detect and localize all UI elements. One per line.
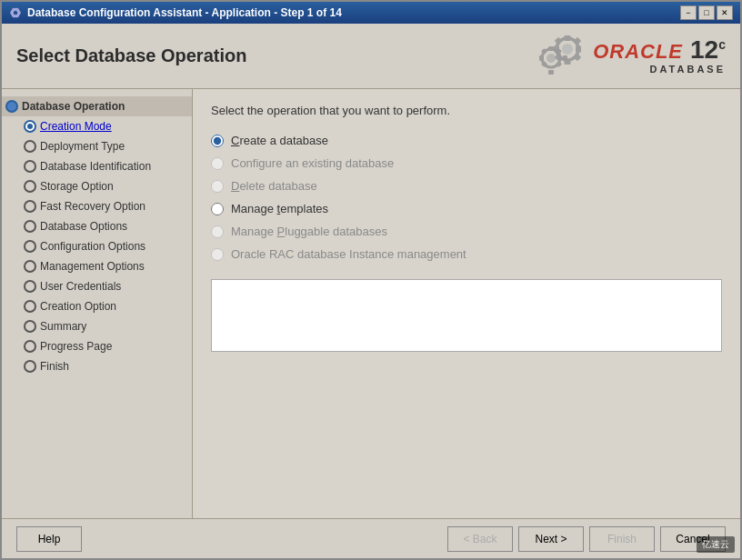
svg-point-4 — [546, 54, 556, 63]
radio-item-create-db: Create a database — [211, 134, 722, 147]
sidebar-icon-finish — [24, 360, 36, 373]
radio-label-create-db[interactable]: Create a database — [231, 134, 328, 147]
sidebar-icon-deployment-type — [24, 140, 36, 153]
minimize-button[interactable]: − — [680, 5, 697, 20]
app-icon — [9, 6, 22, 19]
content-area: Select the operation that you want to pe… — [193, 89, 740, 518]
sidebar-item-fast-recovery-option[interactable]: Fast Recovery Option — [2, 196, 192, 216]
sidebar-icon-database-identification — [24, 160, 36, 173]
svg-rect-7 — [539, 55, 544, 61]
svg-rect-18 — [576, 45, 581, 52]
radio-delete-db — [211, 180, 224, 193]
sidebar-item-finish[interactable]: Finish — [2, 356, 192, 376]
oracle-version-label: 12c — [690, 37, 726, 63]
radio-item-manage-pluggable: Manage Pluggable databases — [211, 225, 722, 238]
sidebar-label-summary: Summary — [40, 320, 86, 333]
main-content: Database Operation Creation Mode Deploym… — [2, 89, 740, 518]
sidebar-label-configuration-options: Configuration Options — [40, 240, 145, 253]
instruction-text: Select the operation that you want to pe… — [211, 104, 722, 117]
sidebar-icon-fast-recovery-option — [24, 200, 36, 213]
sidebar-icon-creation-option — [24, 300, 36, 313]
sidebar-item-database-operation[interactable]: Database Operation — [2, 96, 192, 116]
sidebar-label-finish: Finish — [40, 360, 69, 373]
sidebar-item-creation-option[interactable]: Creation Option — [2, 296, 192, 316]
back-button[interactable]: < Back — [447, 526, 513, 552]
sidebar-label-creation-option: Creation Option — [40, 300, 116, 313]
restore-button[interactable]: □ — [698, 5, 715, 20]
sidebar-item-management-options[interactable]: Management Options — [2, 256, 192, 276]
sidebar-icon-storage-option — [24, 180, 36, 193]
svg-rect-19 — [555, 36, 562, 44]
oracle-text-block: ORACLE 12c DATABASE — [593, 37, 726, 75]
sidebar-label-progress-page: Progress Page — [40, 340, 112, 353]
sidebar-icon-progress-page — [24, 340, 36, 353]
radio-label-manage-pluggable: Manage Pluggable databases — [231, 225, 387, 238]
svg-rect-15 — [565, 35, 571, 41]
radio-configure-existing — [211, 157, 224, 170]
sidebar-item-summary[interactable]: Summary — [2, 316, 192, 336]
sidebar-label-management-options: Management Options — [40, 260, 145, 273]
oracle-brand-label: ORACLE — [593, 40, 683, 64]
sidebar-item-creation-mode[interactable]: Creation Mode — [2, 116, 192, 136]
oracle-logo: ORACLE 12c DATABASE — [531, 33, 726, 80]
radio-item-oracle-rac: Oracle RAC database Instance management — [211, 247, 722, 261]
sidebar-label-database-operation: Database Operation — [22, 100, 125, 113]
main-window: Database Configuration Assistant - Appli… — [0, 0, 742, 560]
sidebar-label-user-credentials: User Credentials — [40, 280, 121, 293]
gear-icon — [531, 33, 586, 80]
sidebar-item-progress-page[interactable]: Progress Page — [2, 336, 192, 356]
description-box — [211, 279, 722, 352]
page-title: Select Database Operation — [16, 45, 246, 66]
header-bar: Select Database Operation — [2, 24, 740, 89]
radio-oracle-rac — [211, 248, 224, 261]
sidebar-item-deployment-type[interactable]: Deployment Type — [2, 136, 192, 156]
sidebar-label-deployment-type: Deployment Type — [40, 140, 125, 153]
oracle-product-label: DATABASE — [650, 64, 726, 75]
radio-item-delete-db: Delete database — [211, 179, 722, 193]
radio-item-manage-templates: Manage templates — [211, 202, 722, 215]
svg-rect-5 — [548, 46, 554, 51]
sidebar-icon-database-operation — [5, 100, 18, 113]
sidebar-icon-creation-mode — [24, 120, 36, 133]
radio-label-manage-templates[interactable]: Manage templates — [231, 202, 328, 215]
sidebar-item-database-identification[interactable]: Database Identification — [2, 156, 192, 176]
footer-left: Help — [16, 526, 82, 552]
sidebar-item-user-credentials[interactable]: User Credentials — [2, 276, 192, 296]
sidebar-item-database-options[interactable]: Database Options — [2, 216, 192, 236]
sidebar-label-fast-recovery-option: Fast Recovery Option — [40, 200, 145, 213]
sidebar-icon-configuration-options — [24, 240, 36, 253]
footer-bar: Help < Back Next > Finish Cancel — [2, 518, 740, 558]
radio-create-db[interactable] — [211, 135, 224, 147]
next-button[interactable]: Next > — [518, 526, 584, 552]
sidebar-item-storage-option[interactable]: Storage Option — [2, 176, 192, 196]
help-button[interactable]: Help — [16, 526, 82, 552]
svg-rect-17 — [554, 45, 559, 52]
radio-label-oracle-rac: Oracle RAC database Instance management — [231, 247, 466, 261]
sidebar-label-database-options: Database Options — [40, 220, 127, 233]
close-button[interactable]: ✕ — [717, 5, 733, 20]
sidebar-icon-summary — [24, 320, 36, 333]
finish-button[interactable]: Finish — [589, 526, 655, 552]
radio-item-configure-existing: Configure an existing database — [211, 156, 722, 170]
sidebar-icon-management-options — [24, 260, 36, 273]
radio-manage-pluggable — [211, 225, 224, 238]
svg-rect-22 — [574, 53, 581, 60]
sidebar-icon-database-options — [24, 220, 36, 233]
title-bar-left: Database Configuration Assistant - Appli… — [9, 6, 342, 19]
svg-rect-20 — [574, 36, 581, 44]
window-title: Database Configuration Assistant - Appli… — [27, 6, 342, 19]
sidebar-icon-user-credentials — [24, 280, 36, 293]
watermark: 亿速云 — [697, 536, 735, 553]
radio-manage-templates[interactable] — [211, 203, 224, 215]
operation-radio-group: Create a database Configure an existing … — [211, 134, 722, 261]
svg-point-14 — [562, 44, 573, 55]
sidebar: Database Operation Creation Mode Deploym… — [2, 89, 193, 518]
footer-right: < Back Next > Finish Cancel — [447, 526, 726, 552]
radio-label-configure-existing: Configure an existing database — [231, 156, 394, 170]
sidebar-label-creation-mode: Creation Mode — [40, 120, 112, 133]
sidebar-item-configuration-options[interactable]: Configuration Options — [2, 236, 192, 256]
svg-rect-6 — [548, 70, 554, 75]
radio-label-delete-db: Delete database — [231, 179, 317, 193]
sidebar-label-database-identification: Database Identification — [40, 160, 151, 173]
sidebar-label-storage-option: Storage Option — [40, 180, 114, 193]
